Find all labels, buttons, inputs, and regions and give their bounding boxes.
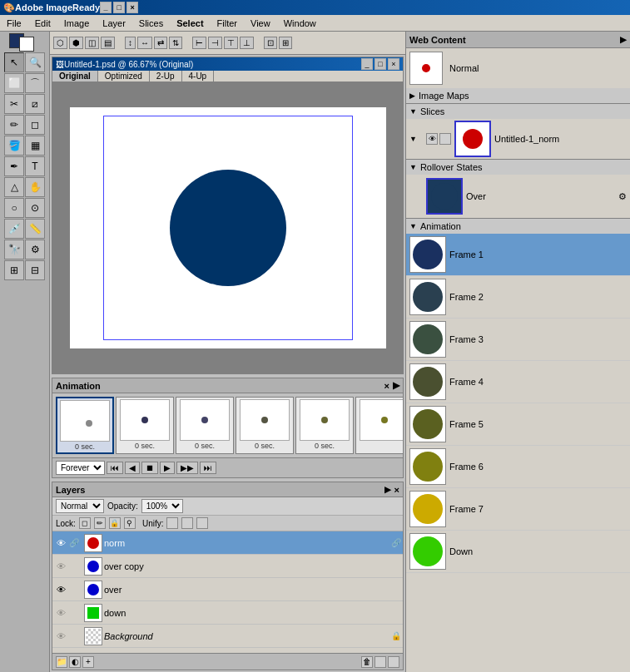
web-content-menu[interactable]: ▶ <box>620 35 627 44</box>
minimize-button[interactable]: _ <box>100 2 112 13</box>
unify-vis-btn[interactable] <box>166 517 178 529</box>
tab-2up[interactable]: 2-Up <box>150 71 182 82</box>
menu-image[interactable]: Image <box>57 17 97 30</box>
stop-btn[interactable]: ⏹ <box>141 462 158 474</box>
tb-btn-5[interactable]: ↕ <box>125 37 136 49</box>
close-button[interactable]: × <box>126 2 138 13</box>
blend-mode-select[interactable]: Normal Multiply Screen <box>56 499 104 513</box>
tb-btn-dist2[interactable]: ⊞ <box>279 37 292 49</box>
animation-frame-2[interactable]: 0 sec. <box>116 397 174 454</box>
layer-row-over[interactable]: 👁 over <box>52 578 403 601</box>
layer-eye-over[interactable]: 👁 <box>54 583 67 596</box>
slices-header[interactable]: ▼ Slices <box>406 104 630 119</box>
animation-right-header[interactable]: ▼ Animation <box>406 219 630 234</box>
move-tool[interactable]: ↖ <box>4 52 24 72</box>
layer-row-norm[interactable]: 👁 🔗 norm 🔗 <box>52 531 403 555</box>
measure-tool[interactable]: 📏 <box>25 219 45 239</box>
anim-frame-7[interactable]: Frame 7 <box>406 488 630 531</box>
anim-frame-3[interactable]: Frame 3 <box>406 319 630 361</box>
tb-btn-7[interactable]: ⇄ <box>154 37 167 49</box>
zoom-out-tool[interactable]: 🔭 <box>4 240 24 259</box>
normal-state-row[interactable]: Normal <box>406 48 630 88</box>
eraser-tool[interactable]: ◻ <box>25 115 45 135</box>
background-color[interactable] <box>19 37 34 52</box>
crop-tool[interactable]: ✂ <box>4 94 24 114</box>
tb-btn-align4[interactable]: ⊥ <box>240 37 254 49</box>
tb-btn-align3[interactable]: ⊤ <box>224 37 238 49</box>
tb-btn-6[interactable]: ↔ <box>137 37 152 49</box>
brush-tool[interactable]: ✏ <box>4 115 24 135</box>
delete-layer-btn[interactable]: 🗑 <box>361 656 373 668</box>
slice-eye-icon[interactable]: 👁 <box>426 133 438 145</box>
layer-eye-norm[interactable]: 👁 <box>54 536 67 550</box>
maximize-button[interactable]: □ <box>113 2 125 13</box>
unify-pos-btn[interactable] <box>181 517 193 529</box>
eyedropper-tool[interactable]: 💉 <box>4 219 24 239</box>
gradient-tool[interactable]: ▦ <box>25 136 45 156</box>
animation-frame-4[interactable]: 0 sec. <box>236 397 294 454</box>
tab-original[interactable]: Original <box>52 71 98 82</box>
tb-btn-2[interactable]: ⬢ <box>69 37 83 49</box>
doc-minimize[interactable]: _ <box>361 58 373 70</box>
lasso-tool[interactable]: ⌒ <box>25 73 45 93</box>
scroll-right-btn[interactable] <box>388 656 399 668</box>
anim-frame-1[interactable]: Frame 1 <box>406 234 630 276</box>
menu-view[interactable]: View <box>244 17 277 30</box>
opacity-select[interactable]: 100% 75% 50% <box>141 499 183 513</box>
new-layer-btn[interactable]: + <box>82 656 94 668</box>
unify-app-btn[interactable] <box>196 517 208 529</box>
layer-row-over-copy[interactable]: 👁 over copy <box>52 555 403 578</box>
tb-btn-align2[interactable]: ⊣ <box>208 37 222 49</box>
tb-btn-1[interactable]: ⬡ <box>53 37 67 49</box>
anim-frame-6[interactable]: Frame 6 <box>406 446 630 488</box>
tab-tool[interactable]: ⊞ <box>4 260 24 280</box>
new-group-btn[interactable]: 📁 <box>56 656 67 668</box>
animation-frame-3[interactable]: 0 sec. <box>176 397 234 454</box>
doc-maximize[interactable]: □ <box>375 58 386 70</box>
shape-tool[interactable]: △ <box>4 177 24 197</box>
tb-btn-3[interactable]: ◫ <box>85 37 99 49</box>
tb-btn-4[interactable]: ▤ <box>101 37 115 49</box>
hand-tool[interactable]: ✋ <box>25 177 45 197</box>
text-tool[interactable]: T <box>25 156 45 176</box>
slice-tool[interactable]: ⧄ <box>25 94 45 114</box>
animation-frame-6[interactable] <box>355 397 403 454</box>
tb-btn-8[interactable]: ⇅ <box>169 37 182 49</box>
layer-row-down[interactable]: 👁 down <box>52 601 403 625</box>
image-maps-header[interactable]: ▶ Image Maps <box>406 88 630 103</box>
slice-vis-btn[interactable] <box>439 133 451 145</box>
tab2-tool[interactable]: ⊟ <box>25 260 45 280</box>
lock-all-btn[interactable]: ⚲ <box>124 517 136 529</box>
dodge-tool[interactable]: ○ <box>4 198 24 218</box>
anim-frame-2[interactable]: Frame 2 <box>406 276 630 319</box>
layers-close[interactable]: × <box>394 485 399 495</box>
tab-optimized[interactable]: Optimized <box>98 71 150 82</box>
animation-frame-5[interactable]: 0 sec. <box>295 397 354 454</box>
animation-panel-close[interactable]: × <box>384 381 389 391</box>
lock-position-btn[interactable]: 🔒 <box>109 517 121 529</box>
smudge-tool[interactable]: ⊙ <box>25 198 45 218</box>
menu-edit[interactable]: Edit <box>28 17 57 30</box>
layer-eye-down[interactable]: 👁 <box>54 606 67 620</box>
animation-panel-menu[interactable]: ▶ <box>393 380 399 391</box>
layer-row-background[interactable]: 👁 Background 🔒 <box>52 625 403 648</box>
menu-select[interactable]: Select <box>170 17 210 30</box>
layers-panel-expand[interactable]: ▶ <box>384 485 391 494</box>
animation-frame-1[interactable]: 0 sec. <box>56 397 114 454</box>
marquee-tool[interactable]: ⬜ <box>4 73 24 93</box>
menu-window[interactable]: Window <box>277 17 323 30</box>
slice-row[interactable]: ▼ 👁 Untitled-1_norm <box>406 119 630 159</box>
scroll-left-btn[interactable] <box>375 656 386 668</box>
menu-slices[interactable]: Slices <box>132 17 170 30</box>
extra-tool[interactable]: ⚙ <box>25 240 45 259</box>
rewind-btn[interactable]: ⏮ <box>107 462 123 474</box>
layer-eye-over-copy[interactable]: 👁 <box>54 560 67 573</box>
lock-image-btn[interactable]: ✏ <box>94 517 106 529</box>
anim-frame-4[interactable]: Frame 4 <box>406 361 630 403</box>
next-frame-btn[interactable]: ▶▶ <box>176 462 198 474</box>
new-fill-btn[interactable]: ◐ <box>69 656 81 668</box>
pen-tool[interactable]: ✒ <box>4 156 24 176</box>
tab-4up[interactable]: 4-Up <box>182 71 215 82</box>
layer-eye-background[interactable]: 👁 <box>54 630 67 643</box>
anim-frame-down[interactable]: Down <box>406 531 630 573</box>
